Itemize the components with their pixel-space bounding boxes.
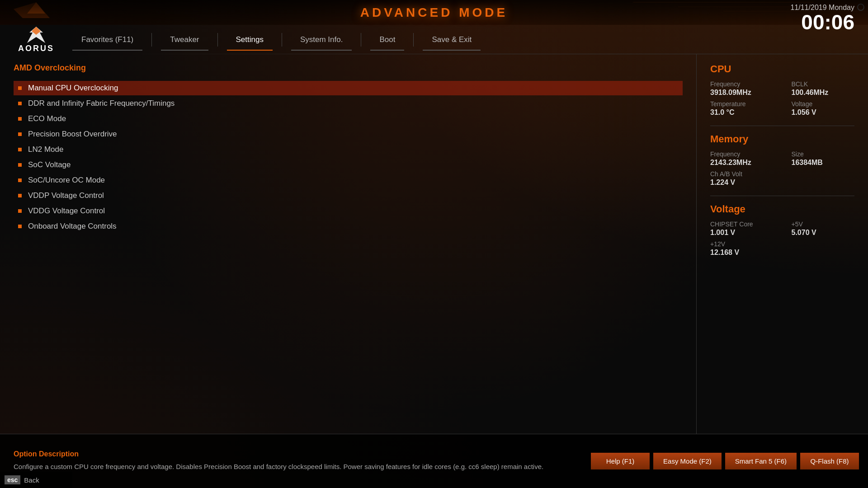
cpu-bclk-value: 100.46MHz bbox=[792, 89, 855, 97]
volt-12v-col: +12V 12.168 V bbox=[710, 240, 854, 257]
nav-item-favorites[interactable]: Favorites (F11) bbox=[63, 25, 151, 54]
bottom-buttons: Help (F1) Easy Mode (F2) Smart Fan 5 (F6… bbox=[582, 453, 868, 469]
menu-bullet-1 bbox=[18, 102, 22, 105]
menu-item-label-1: DDR and Infinity Fabric Frequency/Timing… bbox=[28, 99, 175, 108]
menu-bullet-8 bbox=[18, 209, 22, 213]
menu-item-3[interactable]: Precision Boost Overdrive bbox=[14, 127, 683, 141]
menu-bullet-5 bbox=[18, 163, 22, 167]
esc-key[interactable]: esc bbox=[5, 475, 20, 484]
menu-item-label-4: LN2 Mode bbox=[28, 145, 63, 154]
menu-item-label-7: VDDP Voltage Control bbox=[28, 191, 104, 200]
easy-mode-button[interactable]: Easy Mode (F2) bbox=[653, 453, 722, 469]
svg-marker-5 bbox=[14, 2, 50, 18]
volt-12v-value: 12.168 V bbox=[710, 249, 854, 257]
nav-underline-sysinfo bbox=[291, 50, 352, 51]
menu-bullet-3 bbox=[18, 132, 22, 136]
datetime: 11/11/2019 Monday 00:06 bbox=[791, 4, 854, 33]
mem-chvolt-col: Ch A/B Volt 1.224 V bbox=[710, 170, 854, 187]
aorus-logo-icon bbox=[23, 26, 50, 44]
cpu-section-title: CPU bbox=[710, 63, 854, 75]
cpu-temp-label: Temperature bbox=[710, 100, 774, 108]
menu-item-0[interactable]: Manual CPU Overclocking bbox=[14, 81, 683, 95]
nav-item-save-exit[interactable]: Save & Exit bbox=[414, 25, 490, 54]
smart-fan-button[interactable]: Smart Fan 5 (F6) bbox=[725, 453, 797, 469]
nav-bar: Favorites (F11) Tweaker Settings System … bbox=[63, 25, 868, 54]
mem-freq-col: Frequency 2143.23MHz bbox=[710, 150, 774, 167]
cpu-bclk-col: BCLK 100.46MHz bbox=[792, 80, 855, 97]
menu-item-label-8: VDDG Voltage Control bbox=[28, 206, 105, 216]
nav-item-settings[interactable]: Settings bbox=[218, 25, 282, 54]
cpu-temp-value: 31.0 °C bbox=[710, 108, 774, 117]
qflash-button[interactable]: Q-Flash (F8) bbox=[800, 453, 859, 469]
help-button[interactable]: Help (F1) bbox=[591, 453, 650, 469]
menu-list: Manual CPU OverclockingDDR and Infinity … bbox=[14, 81, 683, 234]
bottom-area: Option Description Configure a custom CP… bbox=[0, 434, 868, 488]
voltage-section-title: Voltage bbox=[710, 203, 854, 215]
section-title: AMD Overclocking bbox=[14, 63, 683, 73]
cpu-section: CPU Frequency 3918.09MHz BCLK 100.46MHz … bbox=[710, 63, 854, 117]
mem-size-col: Size 16384MB bbox=[792, 150, 855, 167]
menu-item-label-6: SoC/Uncore OC Mode bbox=[28, 176, 105, 185]
nav-underline-favorites bbox=[72, 50, 142, 51]
nav-underline-boot bbox=[370, 50, 404, 51]
menu-item-4[interactable]: LN2 Mode bbox=[14, 142, 683, 157]
mem-chvolt-label: Ch A/B Volt bbox=[710, 170, 854, 178]
cpu-volt-label: Voltage bbox=[792, 100, 855, 108]
nav-item-sysinfo[interactable]: System Info. bbox=[282, 25, 361, 54]
nav-underline-settings bbox=[227, 50, 273, 51]
cpu-temp-row: Temperature 31.0 °C Voltage 1.056 V bbox=[710, 100, 854, 117]
logo-text: AORUS bbox=[18, 44, 54, 53]
volt-chipset-label: CHIPSET Core bbox=[710, 221, 774, 228]
mem-chvolt-row: Ch A/B Volt 1.224 V bbox=[710, 170, 854, 187]
cpu-mem-divider bbox=[710, 126, 854, 126]
menu-item-9[interactable]: Onboard Voltage Controls bbox=[14, 219, 683, 234]
volt-12v-row: +12V 12.168 V bbox=[710, 240, 854, 257]
mem-chvolt-value: 1.224 V bbox=[710, 178, 854, 187]
menu-bullet-6 bbox=[18, 178, 22, 182]
nav-underline-tweaker bbox=[161, 50, 208, 51]
logo-area: AORUS bbox=[9, 25, 63, 54]
menu-item-8[interactable]: VDDG Voltage Control bbox=[14, 204, 683, 218]
mem-size-value: 16384MB bbox=[792, 159, 855, 167]
mem-freq-row: Frequency 2143.23MHz Size 16384MB bbox=[710, 150, 854, 167]
main-content: AMD Overclocking Manual CPU Overclocking… bbox=[0, 54, 868, 434]
datetime-time: 00:06 bbox=[791, 12, 854, 33]
menu-item-7[interactable]: VDDP Voltage Control bbox=[14, 188, 683, 203]
voltage-section: Voltage CHIPSET Core 1.001 V +5V 5.070 V… bbox=[710, 203, 854, 257]
esc-back-label: Back bbox=[24, 476, 39, 484]
description-title: Option Description bbox=[14, 450, 568, 458]
menu-item-2[interactable]: ECO Mode bbox=[14, 112, 683, 126]
menu-item-label-9: Onboard Voltage Controls bbox=[28, 222, 117, 231]
menu-item-1[interactable]: DDR and Infinity Fabric Frequency/Timing… bbox=[14, 96, 683, 111]
cpu-bclk-label: BCLK bbox=[792, 80, 855, 88]
menu-item-5[interactable]: SoC Voltage bbox=[14, 158, 683, 172]
title-bar: ADVANCED MODE bbox=[0, 0, 868, 25]
mem-volt-divider bbox=[710, 196, 854, 196]
menu-item-label-2: ECO Mode bbox=[28, 114, 66, 123]
description-panel: Option Description Configure a custom CP… bbox=[0, 443, 582, 479]
menu-item-6[interactable]: SoC/Uncore OC Mode bbox=[14, 173, 683, 188]
nav-underline-save-exit bbox=[423, 50, 481, 51]
right-panel: CPU Frequency 3918.09MHz BCLK 100.46MHz … bbox=[696, 54, 868, 434]
volt-chipset-value: 1.001 V bbox=[710, 229, 774, 237]
cpu-freq-row: Frequency 3918.09MHz BCLK 100.46MHz bbox=[710, 80, 854, 97]
memory-section-title: Memory bbox=[710, 133, 854, 145]
volt-chipset-col: CHIPSET Core 1.001 V bbox=[710, 221, 774, 237]
volt-5v-value: 5.070 V bbox=[792, 229, 855, 237]
mem-size-label: Size bbox=[792, 150, 855, 158]
left-panel: AMD Overclocking Manual CPU Overclocking… bbox=[0, 54, 696, 434]
nav-item-tweaker[interactable]: Tweaker bbox=[152, 25, 217, 54]
menu-bullet-0 bbox=[18, 86, 22, 90]
esc-bar: esc Back bbox=[0, 472, 72, 488]
cpu-freq-value: 3918.09MHz bbox=[710, 89, 774, 97]
volt-5v-label: +5V bbox=[792, 221, 855, 228]
description-text: Configure a custom CPU core frequency an… bbox=[14, 462, 568, 472]
volt-12v-label: +12V bbox=[710, 240, 854, 248]
menu-item-label-5: SoC Voltage bbox=[28, 160, 71, 169]
cpu-freq-label: Frequency bbox=[710, 80, 774, 88]
volt-chipset-row: CHIPSET Core 1.001 V +5V 5.070 V bbox=[710, 221, 854, 237]
nav-item-boot[interactable]: Boot bbox=[361, 25, 413, 54]
menu-bullet-2 bbox=[18, 117, 22, 121]
cpu-freq-col: Frequency 3918.09MHz bbox=[710, 80, 774, 97]
menu-bullet-4 bbox=[18, 148, 22, 151]
